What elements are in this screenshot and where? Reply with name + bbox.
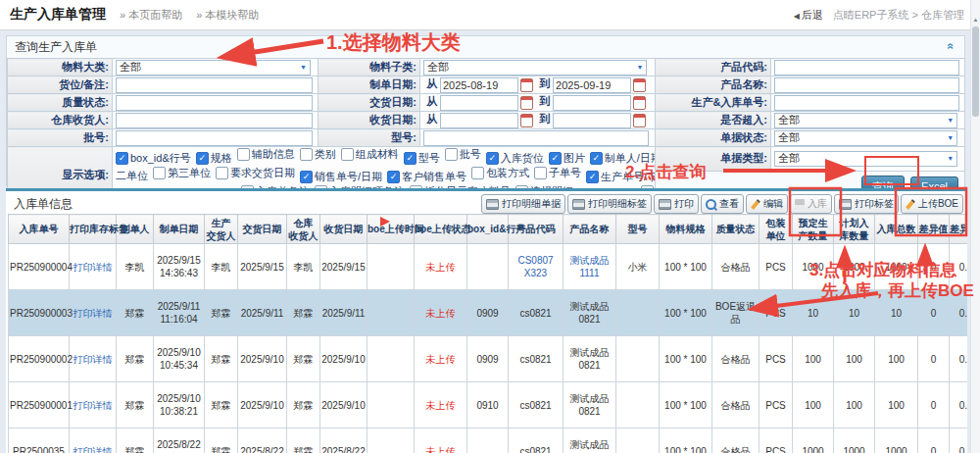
- collapse-icon[interactable]: «: [945, 43, 958, 50]
- display-option[interactable]: ✓型号: [404, 151, 440, 166]
- toolbar-button-6[interactable]: 打印标签: [834, 194, 899, 214]
- page-title: 生产入库单管理: [10, 6, 106, 24]
- delivery-date-to-input[interactable]: [553, 95, 631, 111]
- print-detail-link[interactable]: 打印详情: [70, 336, 117, 382]
- table-cell: 测试成品0821: [564, 336, 616, 382]
- display-option[interactable]: 子单号: [534, 166, 581, 180]
- display-option[interactable]: 包装方式: [471, 166, 529, 180]
- order-number-input[interactable]: [774, 95, 959, 111]
- display-option[interactable]: 组成材料: [341, 147, 399, 162]
- display-option[interactable]: ✓图片: [549, 151, 585, 166]
- checkbox-icon[interactable]: ✓: [196, 152, 209, 165]
- model-input[interactable]: [423, 130, 649, 146]
- calendar-icon[interactable]: [520, 78, 533, 92]
- doc-status-select[interactable]: 全部▼: [774, 130, 957, 146]
- checkbox-icon[interactable]: ✓: [590, 152, 603, 165]
- toolbar-button-3[interactable]: 查看: [701, 194, 744, 214]
- table-row[interactable]: PR250900004打印详情李凯2025/9/1514:36:43李凯2025…: [9, 244, 968, 290]
- table-cell: 1000: [875, 428, 918, 453]
- calendar-icon[interactable]: [520, 114, 533, 127]
- display-option[interactable]: 批号: [445, 147, 481, 162]
- display-option[interactable]: ✓制单人/日期: [590, 151, 656, 166]
- print-detail-link[interactable]: CS0807X323: [509, 244, 564, 290]
- toolbar-button-2[interactable]: 打印: [654, 194, 699, 214]
- table-cell: [368, 336, 415, 382]
- table-row[interactable]: PR2500035打印详情郑霖2025/8/2215:43:58郑霖2025/8…: [9, 428, 968, 453]
- table-row[interactable]: PR250900001打印详情郑霖2025/9/1010:38:21郑霖2025…: [9, 382, 968, 428]
- warehouse-receiver-input[interactable]: [116, 113, 313, 128]
- breadcrumb[interactable]: 点晴ERP子系统 > 仓库管理: [833, 8, 964, 23]
- delivery-date-from-input[interactable]: [440, 95, 518, 111]
- print-detail-link[interactable]: 打印详情: [70, 382, 117, 428]
- column-header: 产品名称: [564, 215, 616, 244]
- checkbox-icon[interactable]: [153, 167, 166, 179]
- checkbox-icon[interactable]: ✓: [387, 171, 400, 183]
- page-scrollbar[interactable]: ▲: [970, 0, 980, 453]
- toolbar-button-1[interactable]: 打印明细标签: [567, 194, 652, 214]
- display-option[interactable]: ✓生产单号/下单日期: [586, 170, 655, 184]
- scroll-up-icon[interactable]: ▲: [971, 17, 980, 23]
- checkbox-icon[interactable]: ✓: [486, 152, 499, 165]
- table-row[interactable]: PR250900002打印详情郑霖2025/9/1010:45:34郑霖2025…: [9, 336, 968, 382]
- print-detail-link[interactable]: 打印详情: [70, 428, 117, 453]
- checkbox-icon[interactable]: [471, 167, 484, 179]
- create-date-to-input[interactable]: 2025-09-19: [553, 77, 631, 93]
- display-option[interactable]: ✓入库货位: [486, 151, 544, 166]
- print-detail-link[interactable]: 测试成品1111: [564, 244, 616, 290]
- column-header: 质量状态: [712, 215, 760, 244]
- column-header: 生产交货人: [205, 215, 238, 244]
- print-detail-link[interactable]: 打印详情: [70, 244, 117, 290]
- receive-date-to-input[interactable]: [553, 113, 631, 128]
- product-code-input[interactable]: [774, 60, 959, 76]
- checkbox-icon[interactable]: [216, 167, 228, 179]
- material-category-select[interactable]: 全部▼: [116, 60, 311, 76]
- display-option[interactable]: ✓客户销售单号: [387, 170, 466, 184]
- doc-type-select[interactable]: 全部▼: [774, 151, 957, 167]
- chevron-down-icon: ▼: [947, 134, 954, 141]
- display-option[interactable]: 二单位: [116, 169, 148, 183]
- receive-date-from-input[interactable]: [440, 113, 518, 128]
- page-help-link[interactable]: » 本页面帮助: [120, 8, 182, 23]
- module-help-link[interactable]: » 本模块帮助: [196, 8, 259, 23]
- display-option[interactable]: ✓销售单号/日期: [300, 170, 382, 184]
- display-option[interactable]: 类别: [300, 147, 336, 162]
- checkbox-icon[interactable]: [237, 148, 250, 161]
- toolbar-button-4[interactable]: 编辑: [746, 194, 788, 214]
- checkbox-icon[interactable]: [534, 167, 547, 179]
- to-label: 到: [539, 95, 550, 107]
- from-label: 从: [426, 95, 437, 107]
- checkbox-icon[interactable]: ✓: [116, 152, 128, 165]
- checkbox-icon[interactable]: ✓: [404, 152, 416, 165]
- over-receive-select[interactable]: 全部▼: [774, 113, 957, 128]
- back-button[interactable]: ◀后退: [794, 8, 823, 23]
- display-option[interactable]: ✓规格: [196, 151, 232, 166]
- checkbox-icon[interactable]: [445, 148, 458, 161]
- display-option[interactable]: ✓box_id&行号: [116, 151, 191, 166]
- table-row[interactable]: PR250900003打印详情郑霖2025/9/1111:16:04郑霖2025…: [9, 290, 968, 336]
- create-date-from-input[interactable]: 2025-08-19: [440, 77, 518, 93]
- display-option[interactable]: 辅助信息: [237, 147, 295, 162]
- product-name-input[interactable]: [774, 77, 959, 93]
- location-remark-input[interactable]: [116, 77, 313, 93]
- checkbox-icon[interactable]: ✓: [300, 171, 313, 183]
- display-option[interactable]: 第三单位: [153, 166, 211, 180]
- checkbox-icon[interactable]: ✓: [586, 171, 599, 183]
- display-option[interactable]: 要求交货日期: [216, 166, 295, 180]
- scrollbar-thumb[interactable]: [972, 26, 979, 117]
- batch-number-input[interactable]: [116, 130, 313, 146]
- toolbar-button-7[interactable]: 上传BOE: [901, 194, 963, 214]
- toolbar-button-0[interactable]: 打印明细单据: [481, 194, 565, 214]
- calendar-icon[interactable]: [520, 96, 533, 110]
- toolbar-button-5[interactable]: 入库: [790, 194, 832, 214]
- checkbox-icon[interactable]: ✓: [549, 152, 562, 165]
- table-cell: 合格品: [712, 428, 760, 453]
- calendar-icon[interactable]: [633, 114, 646, 127]
- quality-status-input[interactable]: [116, 95, 313, 111]
- print-detail-link[interactable]: 打印详情: [70, 290, 117, 336]
- material-subcategory-select[interactable]: 全部▼: [423, 60, 647, 76]
- checkbox-icon[interactable]: [341, 148, 354, 161]
- column-header: box_id&行号: [467, 215, 509, 244]
- checkbox-icon[interactable]: [300, 148, 313, 161]
- calendar-icon[interactable]: [633, 78, 646, 92]
- calendar-icon[interactable]: [633, 96, 646, 110]
